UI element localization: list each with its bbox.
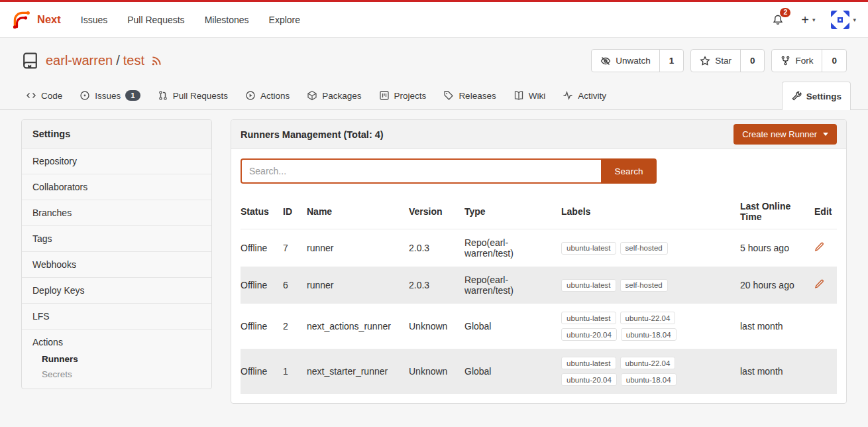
tab-issues[interactable]: Issues 1 <box>71 82 148 109</box>
watchers-count[interactable]: 1 <box>659 50 684 72</box>
tab-packages[interactable]: Packages <box>298 82 370 109</box>
settings-content: Settings Repository Collaborators Branch… <box>0 110 868 404</box>
runner-labels: ubuntu-latest self-hosted <box>561 229 740 267</box>
nav-item-explore[interactable]: Explore <box>269 15 300 25</box>
runner-label-badge: ubuntu-18.04 <box>621 328 677 341</box>
tab-actions[interactable]: Actions <box>237 82 298 109</box>
home-brand[interactable]: Next <box>12 10 61 30</box>
sidebar-subitem-secrets[interactable]: Secrets <box>22 367 211 382</box>
git-pull-request-icon <box>158 90 168 101</box>
search-input[interactable] <box>241 158 601 184</box>
unwatch-button[interactable]: Unwatch <box>592 50 659 72</box>
runner-status: Offline <box>241 304 283 349</box>
runner-label-badge: ubuntu-20.04 <box>561 373 617 386</box>
tab-code-label: Code <box>41 91 62 101</box>
col-labels: Labels <box>561 194 740 229</box>
sidebar-header: Settings <box>22 120 211 149</box>
notification-count-badge: 2 <box>780 8 790 18</box>
user-menu[interactable]: ▾ <box>831 11 856 29</box>
star-button[interactable]: Star <box>691 50 740 72</box>
runner-status: Offline <box>241 349 283 394</box>
sidebar-item-collaborators[interactable]: Collaborators <box>22 174 211 200</box>
forks-count[interactable]: 0 <box>822 50 846 72</box>
runner-label-badge: ubuntu-22.04 <box>620 312 676 324</box>
sidebar-item-deploy-keys[interactable]: Deploy Keys <box>22 278 211 304</box>
tab-issues-label: Issues <box>95 91 121 101</box>
runner-version: Unknown <box>409 304 464 349</box>
tab-code[interactable]: Code <box>17 82 71 109</box>
sidebar-subitem-runners[interactable]: Runners <box>22 351 211 367</box>
repo-book-icon <box>21 52 39 70</box>
tab-pull-requests[interactable]: Pull Requests <box>149 82 237 109</box>
runner-id: 2 <box>283 304 307 349</box>
runners-panel-header: Runners Management (Total: 4) Create new… <box>231 120 846 149</box>
repo-owner-link[interactable]: earl-warren <box>46 53 113 68</box>
sidebar-item-webhooks[interactable]: Webhooks <box>22 252 211 278</box>
tag-icon <box>443 90 454 101</box>
runner-labels: ubuntu-latest ubuntu-22.04 ubuntu-20.04 … <box>561 304 740 349</box>
issues-count-badge: 1 <box>125 90 140 101</box>
chevron-down-icon <box>823 133 828 139</box>
forgejo-logo-icon <box>12 10 32 30</box>
repo-tabs: Code Issues 1 Pull Requests Actions Pack… <box>0 81 868 110</box>
runner-id: 7 <box>283 229 307 267</box>
tab-actions-label: Actions <box>260 91 290 101</box>
col-version: Version <box>409 194 464 229</box>
notifications-button[interactable]: 2 <box>771 13 785 27</box>
runner-row: Offline 6 runner 2.0.3 Repo(earl-warren/… <box>241 267 837 304</box>
tab-settings[interactable]: Settings <box>782 82 851 110</box>
sidebar-item-repository[interactable]: Repository <box>22 149 211 174</box>
runner-row: Offline 7 runner 2.0.3 Repo(earl-warren/… <box>241 229 837 267</box>
brand-label: Next <box>37 13 61 26</box>
nav-item-milestones[interactable]: Milestones <box>205 15 249 25</box>
runner-type: Global <box>464 349 561 394</box>
create-new-menu[interactable]: + ▾ <box>801 13 815 27</box>
sidebar-item-branches[interactable]: Branches <box>22 200 211 226</box>
rss-feed-icon[interactable] <box>150 55 162 67</box>
play-circle-icon <box>245 90 256 101</box>
runner-label-badge: self-hosted <box>620 242 668 255</box>
plus-icon: + <box>801 13 809 27</box>
runner-name: runner <box>307 229 409 267</box>
repo-name-link[interactable]: test <box>123 53 144 68</box>
navbar-right: 2 + ▾ ▾ <box>771 11 856 29</box>
edit-runner-pencil-icon[interactable] <box>814 242 824 252</box>
runner-type: Repo(earl-warren/test) <box>464 267 561 304</box>
runner-edit-cell <box>814 229 837 267</box>
col-type: Type <box>464 194 561 229</box>
nav-item-issues[interactable]: Issues <box>81 15 107 25</box>
runner-last-online: last month <box>740 304 814 349</box>
runner-version: Unknown <box>409 349 464 394</box>
runners-panel: Runners Management (Total: 4) Create new… <box>231 119 847 404</box>
chevron-down-icon: ▾ <box>853 17 856 23</box>
code-icon <box>26 90 36 101</box>
tab-activity[interactable]: Activity <box>554 82 615 109</box>
nav-item-pull-requests[interactable]: Pull Requests <box>127 15 184 25</box>
col-edit: Edit <box>814 194 837 229</box>
repo-action-buttons: Unwatch 1 Star 0 <box>591 49 847 72</box>
stars-count[interactable]: 0 <box>740 50 765 72</box>
sidebar-item-actions[interactable]: Actions <box>22 337 211 351</box>
tab-wiki-label: Wiki <box>529 91 546 101</box>
settings-sidebar: Settings Repository Collaborators Branch… <box>21 119 212 389</box>
fork-button[interactable]: Fork <box>772 50 822 72</box>
tab-releases[interactable]: Releases <box>435 82 504 109</box>
table-header-row: Status ID Name Version Type Labels Last … <box>241 194 837 229</box>
sidebar-item-lfs[interactable]: LFS <box>22 304 211 330</box>
cube-icon <box>307 90 317 101</box>
chevron-down-icon: ▾ <box>812 17 816 23</box>
fork-label: Fork <box>795 56 813 66</box>
search-button[interactable]: Search <box>601 158 657 184</box>
runner-version: 2.0.3 <box>409 229 464 267</box>
runner-id: 1 <box>283 349 307 394</box>
col-name: Name <box>307 194 409 229</box>
tab-wiki[interactable]: Wiki <box>505 82 555 109</box>
tab-projects[interactable]: Projects <box>370 82 435 109</box>
create-new-runner-button[interactable]: Create new Runner <box>733 124 837 145</box>
sidebar-item-tags[interactable]: Tags <box>22 226 211 252</box>
edit-runner-pencil-icon[interactable] <box>814 279 824 289</box>
tab-activity-label: Activity <box>578 91 606 101</box>
star-button-group: Star 0 <box>690 49 765 72</box>
unwatch-label: Unwatch <box>616 56 651 66</box>
repo-separator: / <box>116 53 120 68</box>
